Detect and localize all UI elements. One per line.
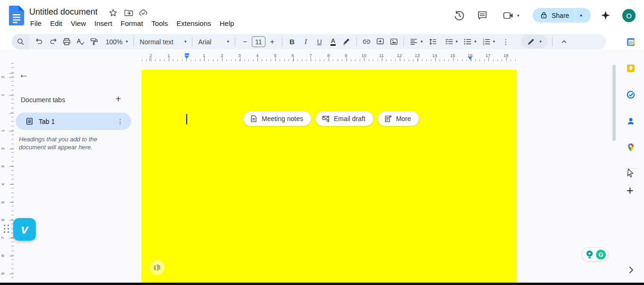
hide-menus-button[interactable]: [557, 35, 571, 48]
tab-item-1[interactable]: Tab 1 ⋮: [16, 113, 131, 130]
ruler-number: 9: [0, 271, 5, 277]
tab-document-icon: [25, 117, 33, 125]
account-avatar[interactable]: O: [622, 9, 636, 22]
numbered-list-dropdown[interactable]: ▾: [493, 40, 495, 44]
calendar-icon[interactable]: 31: [626, 37, 636, 47]
share-divider: [575, 8, 575, 23]
menu-item-tools[interactable]: Tools: [147, 18, 172, 28]
font-select[interactable]: Arial▾: [195, 38, 232, 46]
editing-mode-button[interactable]: ▾: [521, 35, 547, 49]
suggestion-bulb-icon: [585, 250, 594, 260]
menubar: FileEditViewInsertFormatToolsExtensionsH…: [26, 18, 239, 28]
checklist-dropdown[interactable]: ▾: [456, 40, 458, 44]
bulleted-list-button[interactable]: [461, 35, 474, 48]
decrease-font-size-button[interactable]: −: [238, 35, 252, 48]
ruler-number: 2: [0, 146, 5, 152]
checklist-button[interactable]: [442, 35, 456, 48]
print-button[interactable]: [60, 35, 74, 48]
tasks-icon[interactable]: [626, 90, 636, 99]
align-dropdown[interactable]: ▾: [421, 40, 423, 44]
meeting-notes-chip[interactable]: Meeting notes: [243, 111, 311, 126]
menu-item-edit[interactable]: Edit: [46, 18, 66, 28]
vertical-scrollbar[interactable]: [612, 65, 616, 141]
contacts-icon[interactable]: [626, 116, 636, 126]
document-tabs-title: Document tabs: [21, 96, 65, 104]
zoom-select[interactable]: 100%▾: [103, 38, 131, 46]
chip-label: Email draft: [334, 115, 365, 122]
grammarly-widget[interactable]: G: [582, 247, 609, 261]
first-line-indent-marker[interactable]: [185, 53, 189, 55]
move-folder-icon[interactable]: [124, 8, 133, 17]
menu-item-help[interactable]: Help: [215, 18, 239, 28]
email-draft-chip[interactable]: Email draft: [315, 111, 373, 126]
star-icon[interactable]: [108, 8, 118, 17]
share-button[interactable]: Share ▾: [533, 8, 591, 23]
keep-icon[interactable]: [626, 64, 636, 73]
document-page[interactable]: [141, 70, 517, 283]
chip-label: More: [396, 115, 411, 122]
document-title[interactable]: Untitled document: [29, 7, 98, 17]
tab-options-button[interactable]: ⋮: [117, 118, 124, 125]
ruler-number: 4: [0, 182, 5, 187]
ruler-number: 3: [0, 164, 5, 170]
svg-text:3: 3: [483, 43, 485, 46]
right-indent-marker[interactable]: [468, 57, 472, 60]
menu-item-format[interactable]: Format: [116, 18, 148, 28]
share-dropdown[interactable]: ▾: [580, 14, 582, 18]
menu-item-extensions[interactable]: Extensions: [172, 18, 215, 28]
highlight-color-button[interactable]: [340, 35, 354, 48]
fingerprint-widget[interactable]: [149, 260, 165, 275]
increase-font-size-button[interactable]: +: [265, 35, 279, 48]
insert-image-button[interactable]: [387, 35, 401, 48]
undo-button[interactable]: [33, 35, 46, 48]
get-addons-button[interactable]: +: [627, 184, 634, 197]
text-color-button[interactable]: A: [326, 35, 340, 48]
share-label: Share: [552, 12, 569, 19]
search-menus-button[interactable]: [12, 34, 29, 49]
close-tabs-panel-button[interactable]: ←: [19, 69, 29, 80]
tabs-panel-caption: Headings that you add to the document wi…: [19, 135, 108, 151]
mouse-pointer: [627, 168, 636, 179]
italic-button[interactable]: I: [299, 35, 313, 48]
redo-button[interactable]: [46, 35, 60, 48]
paragraph-style-select[interactable]: Normal text▾: [137, 38, 189, 46]
video-call-icon[interactable]: [503, 10, 514, 21]
spellcheck-button[interactable]: [74, 35, 87, 48]
font-size-input[interactable]: 11: [252, 36, 265, 47]
numbered-list-button[interactable]: 123: [479, 35, 493, 48]
add-tab-button[interactable]: +: [116, 94, 121, 105]
show-side-panel-button[interactable]: [627, 265, 635, 275]
add-comment-button[interactable]: [373, 35, 387, 48]
document-icon: [249, 114, 258, 123]
more-options-button[interactable]: ⋮: [499, 35, 512, 48]
gemini-sparkle-icon[interactable]: [601, 10, 611, 20]
align-button[interactable]: [407, 35, 421, 48]
menu-item-file[interactable]: File: [26, 18, 46, 28]
version-history-icon[interactable]: [454, 10, 465, 21]
toolbar: 100%▾ Normal text▾ Arial▾ − 11 + B I U A…: [12, 34, 606, 49]
left-indent-marker[interactable]: [184, 56, 189, 59]
bottom-edge-strip: [0, 283, 644, 285]
ruler-number: 5: [0, 200, 5, 205]
lock-icon: [540, 11, 548, 19]
menu-item-view[interactable]: View: [66, 18, 90, 28]
text-cursor: [186, 114, 187, 124]
bulleted-list-dropdown[interactable]: ▾: [474, 40, 477, 44]
insert-link-button[interactable]: [360, 35, 373, 48]
google-docs-logo[interactable]: [9, 6, 24, 25]
widget-drag-handle[interactable]: [4, 225, 9, 233]
more-chip[interactable]: More: [378, 111, 419, 126]
maps-icon[interactable]: [626, 143, 636, 152]
vimeo-extension-button[interactable]: v: [13, 218, 36, 241]
email-icon: [322, 114, 330, 123]
paint-format-button[interactable]: [87, 35, 101, 48]
comment-history-icon[interactable]: [477, 10, 488, 21]
menu-item-insert[interactable]: Insert: [90, 18, 116, 28]
video-call-dropdown[interactable]: ▾: [517, 14, 520, 18]
note-add-icon: [384, 114, 392, 123]
cloud-saved-icon[interactable]: [139, 8, 148, 17]
underline-button[interactable]: U: [313, 35, 326, 48]
line-spacing-button[interactable]: [426, 35, 439, 48]
bold-button[interactable]: B: [285, 35, 299, 48]
ruler-number: 1: [0, 92, 5, 98]
